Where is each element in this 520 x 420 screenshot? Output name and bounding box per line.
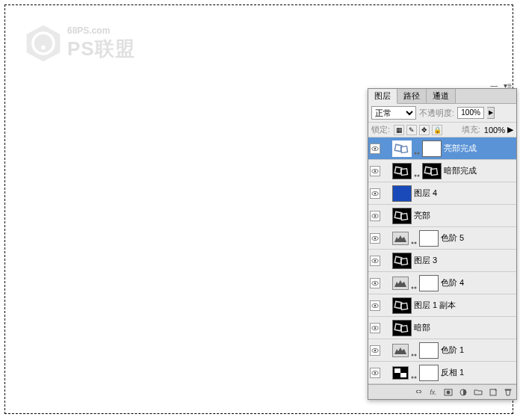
layer-name[interactable]: 反相 1 [441,367,515,378]
mask-link-icon[interactable] [414,168,420,174]
mask-link-icon[interactable] [411,370,417,376]
visibility-eye-icon[interactable] [370,323,380,333]
svg-rect-61 [400,373,406,377]
layer-name[interactable]: 图层 4 [414,188,515,199]
svg-point-43 [374,304,377,306]
svg-point-33 [374,259,377,262]
visibility-eye-icon[interactable] [370,300,380,311]
opacity-flyout-icon[interactable]: ▶ [487,107,495,119]
layer-mask-thumb[interactable] [422,163,442,179]
layer-mask-thumb[interactable] [419,365,439,381]
layer-row[interactable]: 亮部完成 [368,138,516,160]
svg-point-23 [374,214,377,217]
fill-value[interactable]: 100% [484,126,505,135]
visibility-eye-icon[interactable] [370,278,380,288]
layer-thumb[interactable] [392,320,412,336]
layer-name[interactable]: 色阶 5 [441,232,515,244]
adjustment-thumb[interactable] [392,366,409,380]
minimize-icon[interactable]: — [490,81,498,90]
fill-flyout-icon[interactable]: ▶ [507,125,513,135]
trash-icon[interactable] [503,387,513,398]
layer-row[interactable]: 色阶 4 [368,272,516,294]
lock-all-icon[interactable]: 🔒 [432,125,442,135]
layer-row[interactable]: 反相 1 [368,362,516,384]
layer-name[interactable]: 色阶 1 [441,345,515,356]
visibility-eye-icon[interactable] [370,166,380,176]
menu-icon[interactable]: ▾≡ [504,81,512,90]
visibility-eye-icon[interactable] [370,345,380,356]
lock-position-icon[interactable]: ✥ [419,125,430,135]
watermark-brand: PS联盟 [67,36,135,62]
adjustment-thumb[interactable] [392,344,409,357]
add-mask-icon[interactable] [443,387,454,398]
layer-row[interactable]: 色阶 1 [368,339,516,362]
svg-point-40 [412,286,414,288]
visibility-eye-icon[interactable] [370,143,380,154]
layer-name[interactable]: 色阶 4 [441,277,515,288]
visibility-eye-icon[interactable] [370,256,380,266]
visibility-eye-icon[interactable] [370,188,380,199]
watermark: 68PS.com PS联盟 [22,22,135,64]
layer-row[interactable]: 亮部 [368,205,516,227]
new-layer-icon[interactable] [488,387,498,398]
blend-mode-select[interactable]: 正常 [371,106,416,120]
svg-point-28 [374,237,377,239]
svg-rect-5 [393,141,411,156]
opacity-value[interactable]: 100% [457,107,484,119]
layer-row[interactable]: 图层 3 [368,250,516,272]
layer-row[interactable]: 色阶 5 [368,227,516,250]
lock-transparency-icon[interactable]: ▦ [394,125,404,135]
layer-name[interactable]: 图层 1 副本 [414,300,515,311]
layer-thumb[interactable] [392,163,412,179]
lock-pixels-icon[interactable]: ✎ [406,125,417,135]
visibility-eye-icon[interactable] [370,233,380,244]
layer-thumb[interactable] [392,208,412,224]
svg-point-4 [374,147,377,149]
group-icon[interactable] [473,387,483,398]
layer-mask-thumb[interactable] [419,342,439,359]
svg-rect-24 [393,209,411,223]
tab-layers[interactable]: 图层 [368,89,397,104]
layers-list: 亮部完成暗部完成图层 4亮部色阶 5图层 3色阶 4图层 1 副本暗部色阶 1反… [368,138,516,384]
adjustment-icon[interactable] [458,387,468,398]
mask-link-icon[interactable] [411,280,417,286]
fx-icon[interactable]: fx. [428,387,439,398]
layer-row[interactable]: 暗部完成 [368,160,516,182]
layer-name[interactable]: 暗部完成 [444,165,515,176]
layer-thumb[interactable] [392,185,412,202]
mask-link-icon[interactable] [411,348,417,353]
visibility-eye-icon[interactable] [370,368,380,378]
layer-name[interactable]: 亮部完成 [444,143,515,154]
svg-point-11 [374,170,377,172]
mask-link-icon[interactable] [411,235,417,241]
adjustment-thumb[interactable] [392,232,409,245]
layer-row[interactable]: 图层 1 副本 [368,294,516,317]
layer-name[interactable]: 亮部 [414,210,515,221]
layer-mask-thumb[interactable] [419,275,439,291]
layer-name[interactable]: 暗部 [414,322,515,333]
layer-thumb[interactable] [392,297,412,314]
layer-row[interactable]: 暗部 [368,317,516,339]
svg-rect-44 [393,298,411,313]
layer-mask-thumb[interactable] [422,140,442,157]
layer-row[interactable]: 图层 4 [368,182,516,205]
layer-thumb[interactable] [392,253,412,269]
watermark-url: 68PS.com [67,25,135,36]
svg-point-62 [412,376,414,378]
svg-point-15 [415,174,417,176]
tab-paths[interactable]: 路径 [397,89,427,103]
visibility-eye-icon[interactable] [370,211,380,221]
tab-channels[interactable]: 通道 [427,89,456,103]
svg-point-56 [415,353,417,356]
svg-point-38 [374,282,377,284]
lock-label: 锁定: [371,124,390,135]
svg-point-9 [418,152,420,154]
mask-link-icon[interactable] [414,146,420,152]
svg-point-65 [447,390,451,394]
blend-opacity-row: 正常 不透明度: 100% ▶ [368,104,516,123]
layer-mask-thumb[interactable] [419,230,439,247]
link-layers-icon[interactable] [413,387,424,398]
adjustment-thumb[interactable] [392,277,409,290]
layer-thumb[interactable] [392,140,412,157]
layer-name[interactable]: 图层 3 [414,255,515,266]
